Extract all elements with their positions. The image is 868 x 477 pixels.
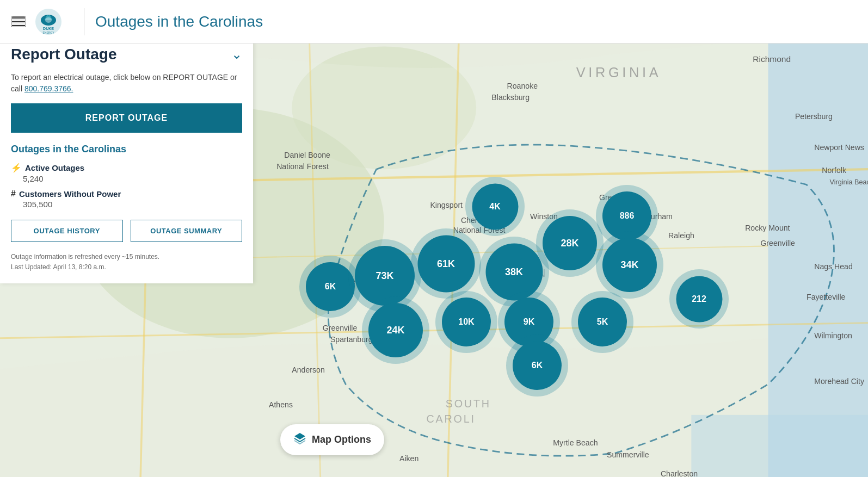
lightning-icon: ⚡ — [11, 163, 22, 173]
outage-history-button[interactable]: OUTAGE HISTORY — [11, 220, 123, 242]
report-outage-button[interactable]: REPORT OUTAGE — [11, 103, 242, 133]
report-section: Report Outage ⌄ To report an electrical … — [11, 46, 242, 144]
cluster-label-c6: 28K — [543, 216, 597, 270]
header: DUKE ENERGY Outages in the Carolinas — [0, 0, 868, 44]
svg-text:DUKE: DUKE — [43, 27, 54, 30]
cluster-label-c4: 4K — [472, 183, 518, 230]
duke-energy-logo: DUKE ENERGY — [35, 8, 62, 35]
active-outages-label: Active Outages — [25, 163, 84, 172]
cluster-label-c10: 24K — [368, 303, 423, 357]
logo-area: DUKE ENERGY — [35, 8, 62, 35]
active-outages-stat: ⚡ Active Outages 5,240 — [11, 163, 242, 183]
cluster-c13[interactable]: 5K — [571, 291, 633, 353]
cluster-label-c14: 6K — [513, 341, 562, 390]
cluster-label-c8: 34K — [602, 238, 657, 292]
stats-title: Outages in the Carolinas — [11, 144, 242, 155]
cluster-label-c11: 10K — [442, 298, 491, 346]
report-outage-title: Report Outage — [11, 46, 116, 63]
hash-icon: # — [11, 189, 16, 199]
header-divider — [84, 8, 84, 35]
map-options-button[interactable]: Map Options — [280, 424, 384, 455]
cluster-c10[interactable]: 24K — [362, 296, 429, 364]
cluster-label-c1: 6K — [306, 262, 355, 311]
layers-icon — [293, 432, 306, 448]
chevron-down-icon[interactable]: ⌄ — [231, 47, 242, 62]
cluster-c4[interactable]: 4K — [465, 177, 525, 236]
active-outages-value: 5,240 — [23, 174, 242, 183]
report-phone-link[interactable]: 800.769.3766. — [24, 84, 73, 93]
customers-label: Customers Without Power — [19, 189, 121, 199]
svg-point-2 — [45, 17, 52, 23]
customers-stat: # Customers Without Power 305,500 — [11, 189, 242, 209]
report-header: Report Outage ⌄ — [11, 46, 242, 63]
page-title: Outages in the Carolinas — [95, 13, 263, 30]
hamburger-button[interactable] — [11, 16, 26, 27]
cluster-c8[interactable]: 34K — [596, 231, 663, 299]
refresh-note: Outage information is refreshed every ~1… — [11, 252, 242, 262]
action-buttons-row: OUTAGE HISTORY OUTAGE SUMMARY — [11, 220, 242, 242]
cluster-label-c13: 5K — [578, 298, 627, 346]
cluster-label-c3: 61K — [417, 235, 475, 292]
cluster-label-c9: 212 — [676, 276, 722, 322]
cluster-c9[interactable]: 212 — [669, 269, 729, 329]
cluster-c11[interactable]: 10K — [435, 291, 497, 353]
stats-section: Outages in the Carolinas ⚡ Active Outage… — [11, 144, 242, 209]
svg-marker-63 — [294, 433, 305, 439]
footer-note: Outage information is refreshed every ~1… — [11, 252, 242, 272]
customers-value: 305,500 — [23, 200, 242, 209]
report-description: To report an electrical outage, click be… — [11, 72, 242, 95]
last-updated: Last Updated: April 13, 8:20 a.m. — [11, 262, 242, 272]
cluster-c3[interactable]: 61K — [411, 228, 481, 299]
map-options-label: Map Options — [312, 434, 371, 445]
outage-summary-button[interactable]: OUTAGE SUMMARY — [131, 220, 243, 242]
cluster-c6[interactable]: 28K — [536, 209, 604, 277]
cluster-c14[interactable]: 6K — [506, 334, 568, 397]
svg-text:ENERGY: ENERGY — [42, 31, 54, 34]
